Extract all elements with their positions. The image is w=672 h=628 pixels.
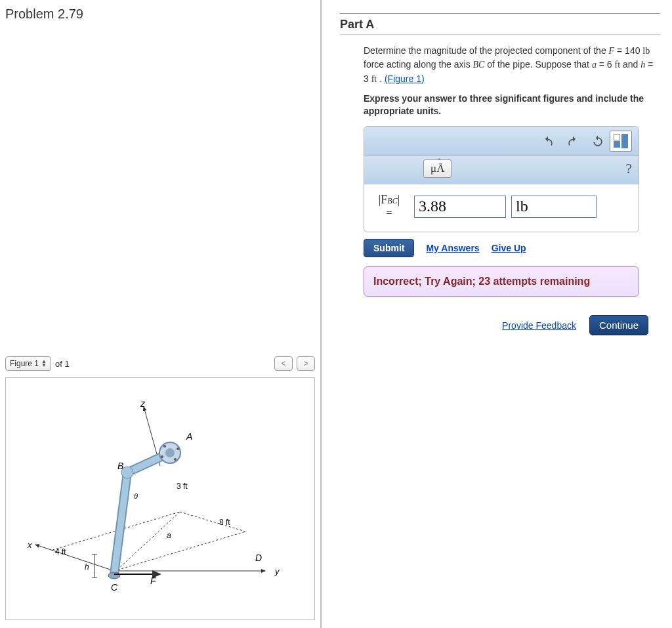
svg-text:a: a [167, 531, 171, 540]
reset-icon [591, 135, 604, 148]
undo-button[interactable] [539, 133, 557, 151]
svg-text:B: B [117, 461, 123, 471]
svg-text:z: z [140, 398, 146, 409]
instruction-text: Express your answer to three significant… [364, 93, 660, 118]
figure-image: z A B θ 3 ft 8 ft 4 ft a h C F D y x [5, 377, 315, 620]
reset-button[interactable] [589, 133, 607, 151]
answer-value-input[interactable] [414, 196, 506, 218]
feedback-box: Incorrect; Try Again; 23 attempts remain… [364, 266, 639, 297]
svg-point-15 [174, 458, 177, 461]
answer-toolbar [364, 127, 639, 156]
svg-text:F: F [150, 576, 157, 586]
svg-line-5 [180, 512, 245, 532]
my-answers-link[interactable]: My Answers [426, 243, 479, 253]
svg-text:θ: θ [134, 492, 138, 500]
svg-text:A: A [186, 431, 192, 442]
svg-text:h: h [85, 562, 89, 572]
give-up-link[interactable]: Give Up [492, 243, 526, 253]
figure-toolbar: Figure 1 ▲▼ of 1 < > [5, 354, 315, 373]
svg-text:y: y [274, 566, 280, 576]
stepper-icon: ▲▼ [41, 360, 47, 367]
figure-selector[interactable]: Figure 1 ▲▼ [5, 356, 51, 371]
answer-variable-label: |FBC| = [369, 194, 409, 220]
answer-unit-input[interactable] [511, 196, 597, 218]
figure-prev-button[interactable]: < [274, 356, 293, 371]
template-button[interactable] [610, 131, 632, 152]
redo-icon [566, 135, 579, 148]
svg-point-12 [165, 448, 175, 457]
svg-text:x: x [27, 540, 32, 550]
problem-title: Problem 2.79 [5, 7, 315, 22]
svg-text:4 ft: 4 ft [55, 547, 66, 556]
svg-text:C: C [111, 582, 118, 593]
units-button[interactable]: μ°Å [423, 159, 452, 178]
submit-button[interactable]: Submit [364, 239, 414, 257]
figure-link[interactable]: (Figure 1) [385, 73, 425, 84]
help-button[interactable]: ? [625, 160, 632, 177]
figure-selector-label: Figure 1 [10, 359, 39, 368]
svg-line-3 [114, 532, 245, 571]
svg-point-16 [163, 445, 166, 448]
redo-button[interactable] [564, 133, 582, 151]
figure-next-button[interactable]: > [297, 356, 315, 371]
provide-feedback-link[interactable]: Provide Feedback [502, 320, 576, 331]
undo-icon [541, 135, 555, 148]
figure-of-label: of 1 [55, 359, 70, 369]
answer-panel: μ°Å ? |FBC| = [364, 126, 639, 232]
svg-point-14 [161, 455, 163, 458]
continue-button[interactable]: Continue [589, 315, 648, 335]
svg-text:3 ft: 3 ft [177, 482, 188, 491]
svg-point-18 [108, 572, 120, 579]
part-title: Part A [340, 18, 660, 31]
question-text: Determine the magnitude of the projected… [364, 44, 660, 86]
svg-text:D: D [255, 553, 262, 563]
svg-line-6 [117, 512, 180, 570]
feedback-text: Incorrect; Try Again; 23 attempts remain… [373, 275, 629, 289]
svg-text:8 ft: 8 ft [219, 518, 230, 527]
svg-point-13 [177, 448, 179, 450]
svg-line-0 [35, 545, 114, 571]
